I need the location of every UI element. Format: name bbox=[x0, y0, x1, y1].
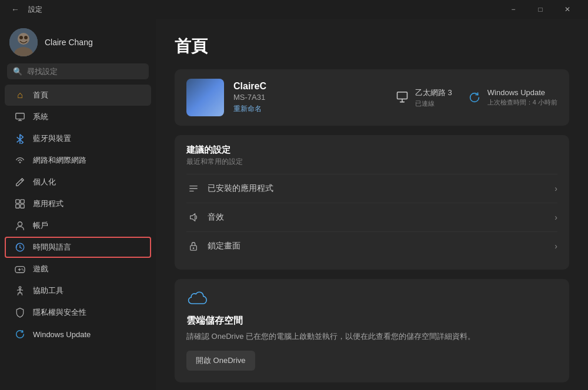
sidebar-item-games[interactable]: 遊戲 bbox=[5, 258, 151, 280]
svg-rect-9 bbox=[16, 204, 19, 208]
time-label: 時間與語言 bbox=[33, 242, 71, 253]
setting-row-lock-screen[interactable]: 鎖定畫面 › bbox=[186, 231, 557, 260]
home-label: 首頁 bbox=[33, 90, 48, 100]
user-name: Claire Chang bbox=[45, 38, 93, 47]
device-status-items: 乙太網路 3 已連線 Windows Update 上次檢查時間：4 小時前 bbox=[394, 88, 557, 108]
cloud-title: 雲端儲存空間 bbox=[186, 315, 557, 327]
app-title: 設定 bbox=[28, 5, 42, 15]
network-status-icon bbox=[394, 89, 410, 106]
window-controls: − □ ✕ bbox=[500, 0, 581, 19]
games-icon bbox=[14, 263, 26, 275]
lock-screen-icon bbox=[186, 239, 201, 253]
account-label: 帳戶 bbox=[33, 220, 48, 231]
suggested-settings-card: 建議的設定 最近和常用的設定 已安裝的應用程式 › bbox=[175, 135, 569, 270]
device-rename-link[interactable]: 重新命名 bbox=[233, 104, 385, 114]
back-button[interactable]: ← bbox=[7, 1, 24, 18]
sidebar-item-account[interactable]: 帳戶 bbox=[5, 215, 151, 236]
sound-chevron: › bbox=[554, 213, 557, 222]
sidebar: Claire Chang 🔍 ⌂ 首頁 系統 藍牙與裝置 bbox=[0, 19, 156, 390]
device-name: ClaireC bbox=[233, 81, 385, 92]
svg-rect-18 bbox=[397, 92, 407, 99]
installed-apps-icon bbox=[186, 181, 201, 196]
sidebar-item-apps[interactable]: 應用程式 bbox=[5, 193, 151, 214]
close-button[interactable]: ✕ bbox=[554, 0, 581, 19]
suggested-sub: 最近和常用的設定 bbox=[186, 157, 557, 167]
svg-point-11 bbox=[18, 222, 22, 226]
search-bar[interactable]: 🔍 bbox=[7, 63, 149, 79]
user-profile[interactable]: Claire Chang bbox=[0, 19, 156, 63]
sidebar-item-personalize[interactable]: 個人化 bbox=[5, 172, 151, 193]
device-card[interactable]: ClaireC MS-7A31 重新命名 乙太網路 3 已連線 bbox=[175, 69, 569, 126]
cloud-storage-card: 雲端儲存空間 請確認 OneDrive 已在您的電腦上啟動並執行，以便在此查看您… bbox=[175, 279, 569, 382]
sidebar-item-system[interactable]: 系統 bbox=[5, 106, 151, 127]
accessibility-icon bbox=[14, 285, 26, 297]
installed-apps-label: 已安裝的應用程式 bbox=[208, 183, 547, 194]
privacy-icon bbox=[14, 307, 26, 318]
network-status-info: 乙太網路 3 已連線 bbox=[415, 88, 452, 108]
network-status-label: 乙太網路 3 bbox=[415, 88, 452, 98]
network-status-sub: 已連線 bbox=[415, 99, 452, 108]
update-status-label: Windows Update bbox=[487, 88, 557, 97]
sidebar-item-time[interactable]: 時間與語言 bbox=[5, 237, 151, 258]
app-body: Claire Chang 🔍 ⌂ 首頁 系統 藍牙與裝置 bbox=[0, 19, 588, 390]
device-thumbnail bbox=[186, 79, 224, 116]
cloud-icon bbox=[186, 291, 557, 310]
apps-label: 應用程式 bbox=[33, 199, 64, 209]
svg-rect-10 bbox=[21, 204, 24, 208]
svg-point-3 bbox=[19, 36, 23, 39]
network-status-item: 乙太網路 3 已連線 bbox=[394, 88, 452, 108]
nav-list: ⌂ 首頁 系統 藍牙與裝置 網路和網際網路 bbox=[0, 84, 156, 345]
title-bar-left: ← 設定 bbox=[7, 1, 42, 18]
bluetooth-label: 藍牙與裝置 bbox=[33, 133, 71, 144]
system-icon bbox=[14, 111, 26, 123]
apps-icon bbox=[14, 198, 26, 210]
device-info: ClaireC MS-7A31 重新命名 bbox=[233, 81, 385, 114]
personalize-label: 個人化 bbox=[33, 177, 56, 187]
games-label: 遊戲 bbox=[33, 264, 48, 274]
sidebar-item-accessibility[interactable]: 協助工具 bbox=[5, 280, 151, 301]
setting-row-installed-apps[interactable]: 已安裝的應用程式 › bbox=[186, 174, 557, 203]
svg-rect-8 bbox=[21, 200, 24, 203]
svg-point-17 bbox=[19, 287, 21, 289]
setting-row-sound[interactable]: 音效 › bbox=[186, 203, 557, 231]
network-label: 網路和網際網路 bbox=[33, 155, 86, 166]
svg-point-16 bbox=[22, 270, 24, 271]
update-icon bbox=[14, 328, 26, 340]
svg-point-6 bbox=[19, 162, 21, 163]
system-label: 系統 bbox=[33, 112, 48, 122]
lock-screen-chevron: › bbox=[554, 241, 557, 251]
suggested-title: 建議的設定 bbox=[186, 144, 557, 156]
svg-rect-7 bbox=[16, 200, 19, 203]
svg-point-15 bbox=[22, 268, 23, 270]
avatar bbox=[9, 28, 38, 56]
cloud-desc: 請確認 OneDrive 已在您的電腦上啟動並執行，以便在此查看您的儲存空間詳細… bbox=[186, 331, 557, 342]
sound-label: 音效 bbox=[208, 212, 547, 223]
update-label: Windows Update bbox=[33, 330, 91, 339]
lock-screen-label: 鎖定畫面 bbox=[208, 241, 547, 251]
account-icon bbox=[14, 220, 26, 231]
page-title: 首頁 bbox=[175, 35, 569, 58]
time-icon bbox=[14, 241, 26, 253]
search-input[interactable] bbox=[27, 67, 143, 76]
home-icon: ⌂ bbox=[14, 89, 26, 101]
svg-point-20 bbox=[193, 247, 195, 249]
accessibility-label: 協助工具 bbox=[33, 285, 64, 296]
sidebar-item-privacy[interactable]: 隱私權與安全性 bbox=[5, 302, 151, 323]
personalize-icon bbox=[14, 176, 26, 188]
network-icon bbox=[14, 154, 26, 166]
minimize-button[interactable]: − bbox=[500, 0, 527, 19]
update-status-sub: 上次檢查時間：4 小時前 bbox=[487, 98, 557, 107]
main-content: 首頁 ClaireC MS-7A31 重新命名 bbox=[156, 19, 588, 390]
open-onedrive-button[interactable]: 開啟 OneDrive bbox=[186, 351, 255, 371]
sidebar-item-update[interactable]: Windows Update bbox=[5, 324, 151, 345]
update-status-item: Windows Update 上次檢查時間：4 小時前 bbox=[466, 88, 557, 107]
sound-icon bbox=[186, 210, 201, 224]
bluetooth-icon bbox=[14, 133, 26, 144]
update-status-info: Windows Update 上次檢查時間：4 小時前 bbox=[487, 88, 557, 107]
maximize-button[interactable]: □ bbox=[527, 0, 554, 19]
sidebar-item-network[interactable]: 網路和網際網路 bbox=[5, 150, 151, 171]
sidebar-item-home[interactable]: ⌂ 首頁 bbox=[5, 85, 151, 106]
svg-rect-5 bbox=[16, 113, 24, 119]
sidebar-item-bluetooth[interactable]: 藍牙與裝置 bbox=[5, 128, 151, 149]
title-bar: ← 設定 − □ ✕ bbox=[0, 0, 588, 19]
